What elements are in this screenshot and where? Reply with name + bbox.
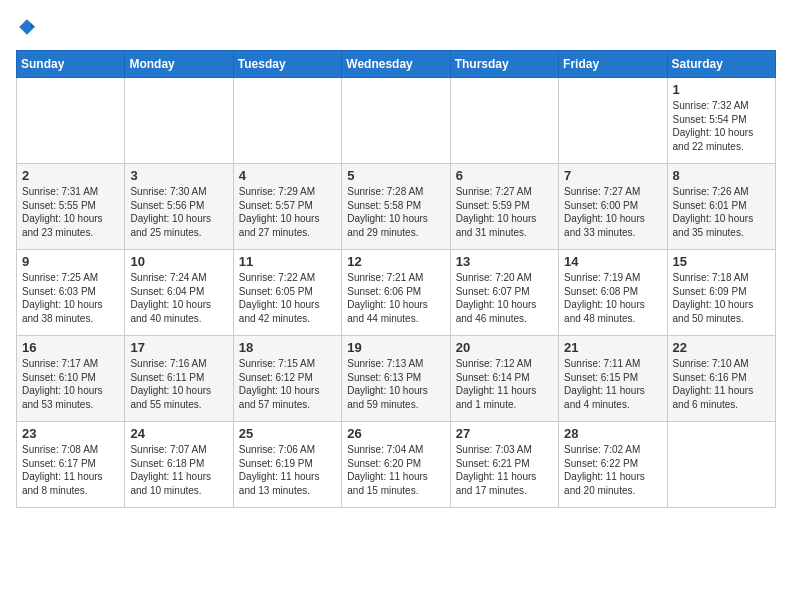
day-cell: 7Sunrise: 7:27 AM Sunset: 6:00 PM Daylig… [559, 164, 667, 250]
week-row-3: 9Sunrise: 7:25 AM Sunset: 6:03 PM Daylig… [17, 250, 776, 336]
day-cell: 19Sunrise: 7:13 AM Sunset: 6:13 PM Dayli… [342, 336, 450, 422]
day-header-tuesday: Tuesday [233, 51, 341, 78]
day-info: Sunrise: 7:06 AM Sunset: 6:19 PM Dayligh… [239, 443, 336, 497]
day-number: 2 [22, 168, 119, 183]
day-info: Sunrise: 7:18 AM Sunset: 6:09 PM Dayligh… [673, 271, 770, 325]
day-info: Sunrise: 7:21 AM Sunset: 6:06 PM Dayligh… [347, 271, 444, 325]
day-number: 26 [347, 426, 444, 441]
day-cell [233, 78, 341, 164]
day-number: 15 [673, 254, 770, 269]
day-cell: 27Sunrise: 7:03 AM Sunset: 6:21 PM Dayli… [450, 422, 558, 508]
day-cell: 9Sunrise: 7:25 AM Sunset: 6:03 PM Daylig… [17, 250, 125, 336]
day-cell: 12Sunrise: 7:21 AM Sunset: 6:06 PM Dayli… [342, 250, 450, 336]
day-header-friday: Friday [559, 51, 667, 78]
day-cell: 18Sunrise: 7:15 AM Sunset: 6:12 PM Dayli… [233, 336, 341, 422]
day-number: 5 [347, 168, 444, 183]
day-cell [342, 78, 450, 164]
day-info: Sunrise: 7:15 AM Sunset: 6:12 PM Dayligh… [239, 357, 336, 411]
day-number: 12 [347, 254, 444, 269]
day-cell [559, 78, 667, 164]
day-number: 28 [564, 426, 661, 441]
day-info: Sunrise: 7:11 AM Sunset: 6:15 PM Dayligh… [564, 357, 661, 411]
day-info: Sunrise: 7:25 AM Sunset: 6:03 PM Dayligh… [22, 271, 119, 325]
day-cell: 28Sunrise: 7:02 AM Sunset: 6:22 PM Dayli… [559, 422, 667, 508]
calendar-table: SundayMondayTuesdayWednesdayThursdayFrid… [16, 50, 776, 508]
page-header [16, 16, 776, 38]
week-row-5: 23Sunrise: 7:08 AM Sunset: 6:17 PM Dayli… [17, 422, 776, 508]
day-info: Sunrise: 7:27 AM Sunset: 5:59 PM Dayligh… [456, 185, 553, 239]
day-number: 4 [239, 168, 336, 183]
day-number: 3 [130, 168, 227, 183]
day-info: Sunrise: 7:29 AM Sunset: 5:57 PM Dayligh… [239, 185, 336, 239]
day-cell: 2Sunrise: 7:31 AM Sunset: 5:55 PM Daylig… [17, 164, 125, 250]
day-cell: 4Sunrise: 7:29 AM Sunset: 5:57 PM Daylig… [233, 164, 341, 250]
day-cell: 11Sunrise: 7:22 AM Sunset: 6:05 PM Dayli… [233, 250, 341, 336]
day-cell: 20Sunrise: 7:12 AM Sunset: 6:14 PM Dayli… [450, 336, 558, 422]
day-info: Sunrise: 7:03 AM Sunset: 6:21 PM Dayligh… [456, 443, 553, 497]
day-cell: 21Sunrise: 7:11 AM Sunset: 6:15 PM Dayli… [559, 336, 667, 422]
day-info: Sunrise: 7:32 AM Sunset: 5:54 PM Dayligh… [673, 99, 770, 153]
day-number: 20 [456, 340, 553, 355]
day-number: 6 [456, 168, 553, 183]
day-number: 22 [673, 340, 770, 355]
week-row-1: 1Sunrise: 7:32 AM Sunset: 5:54 PM Daylig… [17, 78, 776, 164]
day-cell: 5Sunrise: 7:28 AM Sunset: 5:58 PM Daylig… [342, 164, 450, 250]
day-cell: 3Sunrise: 7:30 AM Sunset: 5:56 PM Daylig… [125, 164, 233, 250]
day-info: Sunrise: 7:24 AM Sunset: 6:04 PM Dayligh… [130, 271, 227, 325]
day-info: Sunrise: 7:26 AM Sunset: 6:01 PM Dayligh… [673, 185, 770, 239]
day-cell [125, 78, 233, 164]
day-cell: 10Sunrise: 7:24 AM Sunset: 6:04 PM Dayli… [125, 250, 233, 336]
day-cell: 17Sunrise: 7:16 AM Sunset: 6:11 PM Dayli… [125, 336, 233, 422]
day-cell: 23Sunrise: 7:08 AM Sunset: 6:17 PM Dayli… [17, 422, 125, 508]
day-info: Sunrise: 7:10 AM Sunset: 6:16 PM Dayligh… [673, 357, 770, 411]
day-header-wednesday: Wednesday [342, 51, 450, 78]
day-number: 10 [130, 254, 227, 269]
day-headers-row: SundayMondayTuesdayWednesdayThursdayFrid… [17, 51, 776, 78]
day-cell: 26Sunrise: 7:04 AM Sunset: 6:20 PM Dayli… [342, 422, 450, 508]
day-info: Sunrise: 7:27 AM Sunset: 6:00 PM Dayligh… [564, 185, 661, 239]
day-info: Sunrise: 7:31 AM Sunset: 5:55 PM Dayligh… [22, 185, 119, 239]
day-number: 27 [456, 426, 553, 441]
day-info: Sunrise: 7:12 AM Sunset: 6:14 PM Dayligh… [456, 357, 553, 411]
day-header-saturday: Saturday [667, 51, 775, 78]
logo-icon [16, 16, 38, 38]
day-number: 1 [673, 82, 770, 97]
logo [16, 16, 42, 38]
day-cell: 25Sunrise: 7:06 AM Sunset: 6:19 PM Dayli… [233, 422, 341, 508]
week-row-2: 2Sunrise: 7:31 AM Sunset: 5:55 PM Daylig… [17, 164, 776, 250]
week-row-4: 16Sunrise: 7:17 AM Sunset: 6:10 PM Dayli… [17, 336, 776, 422]
day-info: Sunrise: 7:16 AM Sunset: 6:11 PM Dayligh… [130, 357, 227, 411]
day-number: 18 [239, 340, 336, 355]
day-info: Sunrise: 7:30 AM Sunset: 5:56 PM Dayligh… [130, 185, 227, 239]
day-info: Sunrise: 7:04 AM Sunset: 6:20 PM Dayligh… [347, 443, 444, 497]
day-number: 23 [22, 426, 119, 441]
day-number: 9 [22, 254, 119, 269]
day-info: Sunrise: 7:07 AM Sunset: 6:18 PM Dayligh… [130, 443, 227, 497]
day-header-monday: Monday [125, 51, 233, 78]
day-number: 17 [130, 340, 227, 355]
day-number: 13 [456, 254, 553, 269]
day-header-sunday: Sunday [17, 51, 125, 78]
day-number: 8 [673, 168, 770, 183]
day-number: 11 [239, 254, 336, 269]
day-info: Sunrise: 7:08 AM Sunset: 6:17 PM Dayligh… [22, 443, 119, 497]
day-info: Sunrise: 7:28 AM Sunset: 5:58 PM Dayligh… [347, 185, 444, 239]
day-cell: 22Sunrise: 7:10 AM Sunset: 6:16 PM Dayli… [667, 336, 775, 422]
day-info: Sunrise: 7:22 AM Sunset: 6:05 PM Dayligh… [239, 271, 336, 325]
day-cell [667, 422, 775, 508]
day-number: 16 [22, 340, 119, 355]
day-cell: 1Sunrise: 7:32 AM Sunset: 5:54 PM Daylig… [667, 78, 775, 164]
day-number: 21 [564, 340, 661, 355]
day-number: 19 [347, 340, 444, 355]
day-cell: 16Sunrise: 7:17 AM Sunset: 6:10 PM Dayli… [17, 336, 125, 422]
day-info: Sunrise: 7:13 AM Sunset: 6:13 PM Dayligh… [347, 357, 444, 411]
day-number: 24 [130, 426, 227, 441]
day-header-thursday: Thursday [450, 51, 558, 78]
day-cell: 15Sunrise: 7:18 AM Sunset: 6:09 PM Dayli… [667, 250, 775, 336]
day-cell [450, 78, 558, 164]
day-number: 7 [564, 168, 661, 183]
day-number: 25 [239, 426, 336, 441]
day-cell: 8Sunrise: 7:26 AM Sunset: 6:01 PM Daylig… [667, 164, 775, 250]
day-info: Sunrise: 7:19 AM Sunset: 6:08 PM Dayligh… [564, 271, 661, 325]
day-cell: 14Sunrise: 7:19 AM Sunset: 6:08 PM Dayli… [559, 250, 667, 336]
